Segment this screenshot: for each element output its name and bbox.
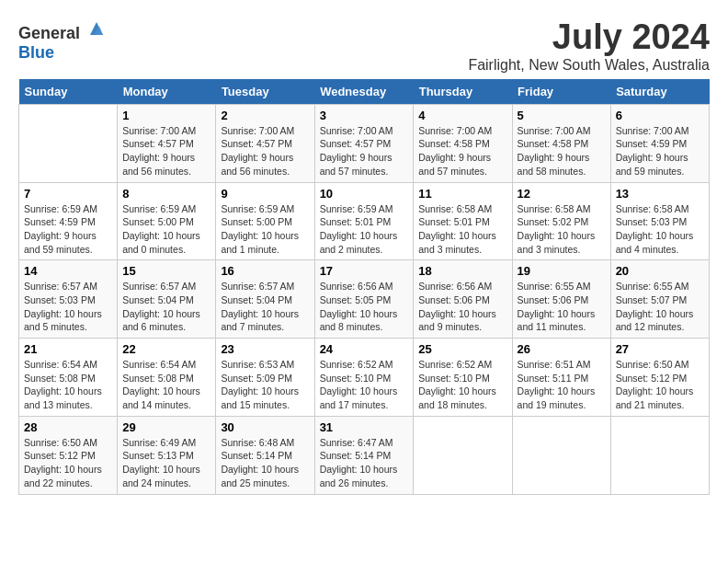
day-number: 7 (24, 187, 112, 201)
day-number: 3 (320, 109, 409, 122)
calendar-cell: 13Sunrise: 6:58 AMSunset: 5:03 PMDayligh… (610, 182, 709, 260)
calendar-cell: 20Sunrise: 6:55 AMSunset: 5:07 PMDayligh… (610, 260, 709, 339)
weekday-header-wednesday: Wednesday (314, 79, 414, 105)
daylight-text: Daylight: 10 hours and 3 minutes. (418, 229, 506, 256)
daylight-text: Daylight: 10 hours and 18 minutes. (418, 385, 506, 411)
day-info: Sunrise: 6:52 AMSunset: 5:10 PMDaylight:… (418, 358, 506, 412)
day-number: 14 (24, 264, 112, 278)
day-info: Sunrise: 7:00 AMSunset: 4:57 PMDaylight:… (122, 124, 210, 178)
sunrise-text: Sunrise: 6:58 AM (616, 202, 704, 216)
day-info: Sunrise: 6:58 AMSunset: 5:01 PMDaylight:… (418, 202, 506, 257)
sunrise-text: Sunrise: 6:53 AM (221, 358, 309, 372)
logo: General Blue (18, 18, 107, 63)
day-info: Sunrise: 6:56 AMSunset: 5:06 PMDaylight:… (418, 280, 506, 334)
sunrise-text: Sunrise: 6:59 AM (122, 202, 210, 216)
day-number: 18 (418, 264, 506, 278)
sunset-text: Sunset: 5:01 PM (320, 215, 409, 229)
calendar-cell: 31Sunrise: 6:47 AMSunset: 5:14 PMDayligh… (314, 416, 414, 494)
sunrise-text: Sunrise: 6:52 AM (320, 358, 409, 372)
day-info: Sunrise: 6:57 AMSunset: 5:04 PMDaylight:… (122, 280, 210, 334)
day-info: Sunrise: 6:55 AMSunset: 5:06 PMDaylight:… (518, 280, 606, 334)
sunset-text: Sunset: 5:08 PM (122, 372, 210, 385)
daylight-text: Daylight: 10 hours and 14 minutes. (122, 385, 210, 411)
sunrise-text: Sunrise: 6:56 AM (320, 280, 409, 293)
weekday-header-sunday: Sunday (19, 79, 118, 105)
day-number: 4 (418, 109, 506, 122)
sunset-text: Sunset: 5:00 PM (221, 215, 309, 229)
sunrise-text: Sunrise: 6:58 AM (518, 202, 606, 216)
day-number: 27 (616, 342, 704, 356)
weekday-header-tuesday: Tuesday (216, 79, 314, 105)
day-info: Sunrise: 6:57 AMSunset: 5:04 PMDaylight:… (221, 280, 309, 334)
calendar-cell: 12Sunrise: 6:58 AMSunset: 5:02 PMDayligh… (512, 182, 610, 260)
daylight-text: Daylight: 10 hours and 19 minutes. (518, 385, 606, 411)
sunset-text: Sunset: 4:57 PM (122, 137, 210, 151)
sunrise-text: Sunrise: 6:48 AM (221, 436, 309, 450)
daylight-text: Daylight: 9 hours and 57 minutes. (418, 151, 506, 178)
calendar-week-2: 7Sunrise: 6:59 AMSunset: 4:59 PMDaylight… (19, 182, 710, 260)
sunrise-text: Sunrise: 6:49 AM (122, 436, 210, 450)
sunrise-text: Sunrise: 6:54 AM (24, 358, 112, 372)
day-info: Sunrise: 6:54 AMSunset: 5:08 PMDaylight:… (24, 358, 112, 412)
calendar-cell: 15Sunrise: 6:57 AMSunset: 5:04 PMDayligh… (118, 260, 216, 339)
day-number: 6 (616, 109, 704, 122)
day-number: 5 (518, 109, 606, 122)
day-info: Sunrise: 6:54 AMSunset: 5:08 PMDaylight:… (122, 358, 210, 412)
sunset-text: Sunset: 5:09 PM (221, 372, 309, 385)
sunset-text: Sunset: 5:04 PM (221, 293, 309, 307)
sunrise-text: Sunrise: 7:00 AM (616, 124, 704, 138)
day-number: 1 (122, 109, 210, 122)
sunrise-text: Sunrise: 6:54 AM (122, 358, 210, 372)
sunset-text: Sunset: 4:58 PM (418, 137, 506, 151)
sunset-text: Sunset: 5:12 PM (616, 372, 704, 385)
day-number: 10 (320, 187, 409, 201)
day-number: 2 (221, 109, 309, 122)
sunset-text: Sunset: 4:59 PM (616, 137, 704, 151)
day-number: 19 (518, 264, 606, 278)
weekday-header-monday: Monday (118, 79, 216, 105)
day-info: Sunrise: 6:58 AMSunset: 5:02 PMDaylight:… (518, 202, 606, 257)
calendar-cell: 11Sunrise: 6:58 AMSunset: 5:01 PMDayligh… (414, 182, 512, 260)
month-year: July 2024 (468, 18, 710, 57)
daylight-text: Daylight: 9 hours and 59 minutes. (24, 229, 112, 256)
calendar-cell: 9Sunrise: 6:59 AMSunset: 5:00 PMDaylight… (216, 182, 314, 260)
calendar-week-4: 21Sunrise: 6:54 AMSunset: 5:08 PMDayligh… (19, 339, 710, 417)
calendar-cell: 3Sunrise: 7:00 AMSunset: 4:57 PMDaylight… (314, 104, 414, 182)
day-info: Sunrise: 6:51 AMSunset: 5:11 PMDaylight:… (518, 358, 606, 412)
day-number: 23 (221, 342, 309, 356)
sunrise-text: Sunrise: 6:59 AM (24, 202, 112, 216)
sunrise-text: Sunrise: 7:00 AM (418, 124, 506, 138)
daylight-text: Daylight: 9 hours and 57 minutes. (320, 151, 409, 178)
calendar-cell (610, 416, 709, 494)
sunset-text: Sunset: 5:10 PM (320, 372, 409, 385)
calendar-cell (414, 416, 512, 494)
daylight-text: Daylight: 10 hours and 0 minutes. (122, 229, 210, 256)
daylight-text: Daylight: 10 hours and 5 minutes. (24, 307, 112, 334)
page-header: General Blue July 2024 Fairlight, New So… (18, 18, 710, 74)
sunset-text: Sunset: 5:07 PM (616, 293, 704, 307)
sunset-text: Sunset: 4:57 PM (221, 137, 309, 151)
calendar-cell: 5Sunrise: 7:00 AMSunset: 4:58 PMDaylight… (512, 104, 610, 182)
sunrise-text: Sunrise: 6:55 AM (518, 280, 606, 293)
day-number: 12 (518, 187, 606, 201)
sunset-text: Sunset: 5:14 PM (221, 449, 309, 463)
calendar-cell: 8Sunrise: 6:59 AMSunset: 5:00 PMDaylight… (118, 182, 216, 260)
sunrise-text: Sunrise: 6:56 AM (418, 280, 506, 293)
calendar-cell: 1Sunrise: 7:00 AMSunset: 4:57 PMDaylight… (118, 104, 216, 182)
sunset-text: Sunset: 5:01 PM (418, 215, 506, 229)
day-info: Sunrise: 6:58 AMSunset: 5:03 PMDaylight:… (616, 202, 704, 257)
day-info: Sunrise: 7:00 AMSunset: 4:57 PMDaylight:… (221, 124, 309, 178)
sunset-text: Sunset: 5:08 PM (24, 372, 112, 385)
day-info: Sunrise: 6:48 AMSunset: 5:14 PMDaylight:… (221, 436, 309, 490)
weekday-header-thursday: Thursday (414, 79, 512, 105)
sunset-text: Sunset: 5:04 PM (122, 293, 210, 307)
sunset-text: Sunset: 4:58 PM (518, 137, 606, 151)
day-info: Sunrise: 6:59 AMSunset: 5:00 PMDaylight:… (122, 202, 210, 257)
daylight-text: Daylight: 10 hours and 3 minutes. (518, 229, 606, 256)
daylight-text: Daylight: 10 hours and 4 minutes. (616, 229, 704, 256)
daylight-text: Daylight: 10 hours and 24 minutes. (122, 463, 210, 489)
daylight-text: Daylight: 10 hours and 26 minutes. (320, 463, 409, 489)
sunset-text: Sunset: 5:10 PM (418, 372, 506, 385)
day-number: 22 (122, 342, 210, 356)
day-info: Sunrise: 6:49 AMSunset: 5:13 PMDaylight:… (122, 436, 210, 490)
